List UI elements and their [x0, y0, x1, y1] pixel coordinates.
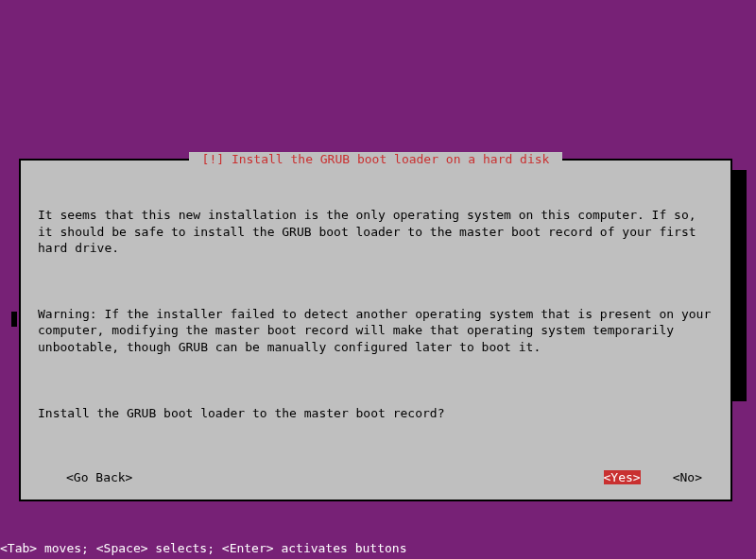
keyboard-hint: <Tab> moves; <Space> selects; <Enter> ac…: [0, 541, 406, 555]
dialog-question: Install the GRUB boot loader to the mast…: [38, 405, 713, 422]
button-row: <Go Back> <Yes> <No>: [38, 470, 713, 484]
dialog-paragraph-1: It seems that this new installation is t…: [38, 207, 713, 257]
dialog-paragraph-2: Warning: If the installer failed to dete…: [38, 306, 713, 356]
dialog-title: [!] Install the GRUB boot loader on a ha…: [189, 152, 563, 166]
grub-install-dialog: [!] Install the GRUB boot loader on a ha…: [19, 159, 732, 501]
background-artifact: [11, 312, 17, 327]
go-back-button[interactable]: <Go Back>: [66, 470, 132, 484]
no-button[interactable]: <No>: [673, 470, 702, 484]
yes-button[interactable]: <Yes>: [604, 470, 641, 484]
